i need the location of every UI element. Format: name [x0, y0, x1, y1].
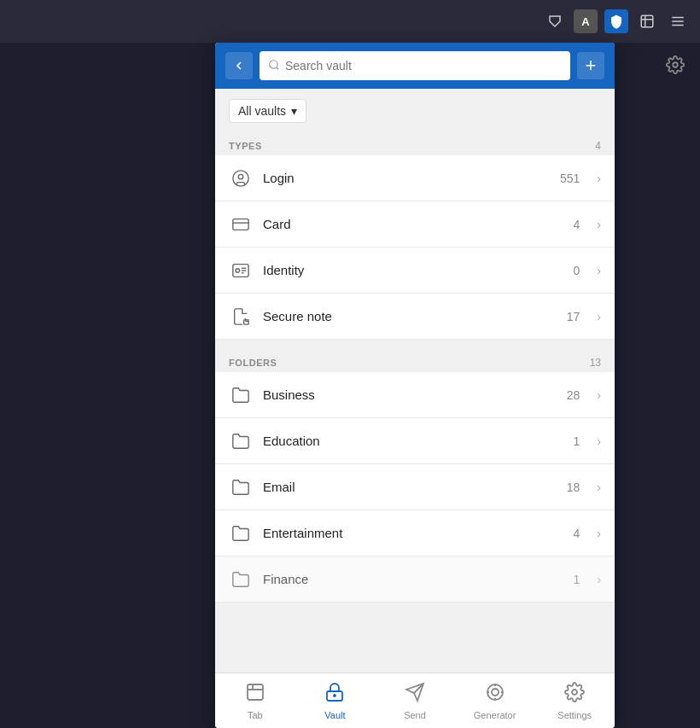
entertainment-count: 4 [574, 527, 580, 540]
types-label: TYPES [229, 141, 262, 151]
tab-nav-label: Tab [248, 710, 263, 720]
folder-icon [229, 475, 253, 499]
folder-icon [229, 521, 253, 545]
list-item[interactable]: Entertainment 4 › [215, 510, 615, 556]
list-item[interactable]: Card 4 › [215, 201, 615, 248]
svg-point-6 [233, 170, 248, 185]
generator-nav-icon [485, 682, 505, 708]
card-count: 4 [574, 218, 580, 231]
types-count: 4 [595, 140, 601, 152]
chevron-right-icon: › [597, 434, 601, 448]
all-vaults-label: All vaults [238, 104, 286, 118]
avatar-icon[interactable]: A [574, 9, 598, 33]
identity-icon [229, 259, 253, 282]
secure-note-count: 17 [567, 310, 580, 323]
tab-switch-icon[interactable] [635, 9, 659, 33]
chevron-right-icon: › [597, 264, 601, 277]
svg-rect-16 [248, 684, 263, 700]
popup-content: All vaults ▾ TYPES 4 Login 551 › [215, 89, 615, 673]
login-count: 551 [560, 172, 580, 185]
chevron-down-icon: ▾ [291, 104, 297, 118]
chevron-right-icon: › [597, 218, 601, 231]
bottom-nav: Tab Vault Send [215, 673, 615, 728]
settings-gear-icon[interactable] [666, 55, 685, 79]
settings-nav-icon [564, 682, 585, 708]
business-count: 28 [567, 388, 580, 402]
generator-nav-label: Generator [474, 710, 516, 720]
finance-count: 1 [574, 573, 580, 586]
business-label: Business [263, 387, 557, 402]
bitwarden-popup: + All vaults ▾ TYPES 4 Login [215, 43, 615, 728]
chevron-right-icon: › [597, 388, 601, 402]
chevron-right-icon: › [597, 573, 601, 586]
search-icon [268, 59, 280, 73]
nav-generator[interactable]: Generator [455, 673, 535, 728]
folder-icon [229, 568, 253, 591]
search-input[interactable] [285, 59, 562, 73]
folders-section-header: FOLDERS 13 [215, 350, 615, 372]
identity-count: 0 [574, 264, 580, 277]
list-item[interactable]: Education 1 › [215, 418, 615, 464]
entertainment-label: Entertainment [263, 526, 563, 540]
nav-tab[interactable]: Tab [215, 673, 295, 728]
vault-nav-label: Vault [324, 710, 345, 720]
email-count: 18 [567, 480, 580, 494]
send-nav-label: Send [404, 710, 426, 720]
svg-point-3 [673, 62, 678, 67]
login-label: Login [263, 171, 550, 185]
card-icon [229, 213, 253, 236]
svg-point-7 [238, 174, 243, 179]
folders-count: 13 [590, 357, 601, 369]
identity-label: Identity [263, 263, 563, 277]
nav-vault[interactable]: Vault [295, 673, 376, 728]
tab-nav-icon [245, 682, 265, 708]
svg-point-11 [236, 268, 240, 272]
shield-icon[interactable] [604, 9, 628, 33]
svg-point-23 [572, 690, 577, 695]
finance-label: Finance [263, 572, 563, 586]
add-button[interactable]: + [577, 52, 604, 79]
card-label: Card [263, 217, 563, 231]
vault-nav-icon [324, 682, 345, 708]
send-nav-icon [405, 682, 425, 708]
svg-point-4 [270, 60, 277, 67]
chevron-right-icon: › [597, 527, 601, 540]
folder-icon [229, 383, 253, 407]
section-gap [215, 340, 615, 350]
menu-icon[interactable] [666, 9, 690, 33]
list-item[interactable]: Secure note 17 › [215, 294, 615, 340]
secure-note-icon [229, 305, 253, 329]
secure-note-label: Secure note [263, 309, 557, 323]
settings-nav-label: Settings [557, 710, 592, 720]
back-button[interactable] [225, 52, 253, 79]
email-label: Email [263, 480, 557, 494]
popup-header: + [215, 43, 615, 89]
folders-label: FOLDERS [229, 358, 277, 368]
list-item[interactable]: Login 551 › [215, 155, 615, 201]
types-section-header: TYPES 4 [215, 133, 615, 155]
chevron-right-icon: › [597, 172, 601, 185]
chevron-right-icon: › [597, 310, 601, 323]
list-item[interactable]: Email 18 › [215, 464, 615, 510]
education-count: 1 [574, 434, 580, 448]
list-item[interactable]: Identity 0 › [215, 248, 615, 294]
all-vaults-button[interactable]: All vaults ▾ [229, 99, 306, 123]
nav-settings[interactable]: Settings [534, 673, 615, 728]
svg-point-18 [334, 695, 335, 696]
folder-icon [229, 429, 253, 453]
education-label: Education [263, 434, 563, 448]
svg-point-22 [492, 689, 499, 696]
search-bar[interactable] [260, 51, 570, 80]
pocket-icon[interactable] [543, 9, 567, 33]
list-item[interactable]: Business 28 › [215, 372, 615, 418]
browser-toolbar: A [0, 0, 700, 43]
svg-line-5 [277, 67, 279, 69]
login-icon [229, 166, 253, 190]
nav-send[interactable]: Send [375, 673, 455, 728]
vault-selector-area: All vaults ▾ [215, 89, 615, 133]
list-item[interactable]: Finance 1 › [215, 556, 615, 603]
svg-point-21 [487, 684, 503, 700]
chevron-right-icon: › [597, 480, 601, 494]
svg-rect-8 [233, 218, 248, 230]
